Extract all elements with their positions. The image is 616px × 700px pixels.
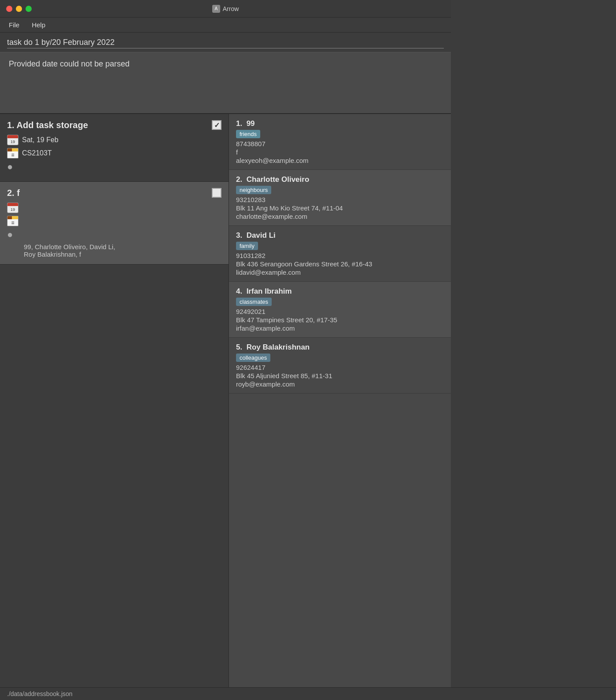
task-item-1[interactable]: 1. Add task storage Sat, 19 Feb CS2103T … [0, 114, 229, 182]
contact-2-email: charlotte@example.com [236, 213, 444, 220]
contact-item-1[interactable]: 1. 99 friends 87438807 f alexyeoh@exampl… [229, 114, 451, 170]
error-message: Provided date could not be parsed [9, 59, 129, 68]
app-title-area: A Arrow [212, 5, 239, 13]
menu-help[interactable]: Help [30, 20, 47, 29]
contact-list: 1. 99 friends 87438807 f alexyeoh@exampl… [229, 114, 451, 700]
contact-1-header: 1. 99 [236, 119, 444, 128]
command-input[interactable] [7, 37, 444, 48]
contact-item-2[interactable]: 2. Charlotte Oliveiro neighbours 9321028… [229, 170, 451, 226]
maximize-button[interactable] [26, 6, 32, 12]
task-2-assignees: 99, Charlotte Oliveiro, David Li,Roy Bal… [7, 243, 221, 258]
task-1-checkbox[interactable] [212, 120, 221, 130]
person-icon-2: ● [7, 229, 13, 240]
close-button[interactable] [6, 6, 12, 12]
contact-item-3[interactable]: 3. David Li family 91031282 Blk 436 Sera… [229, 226, 451, 282]
contact-3-address: Blk 436 Serangoon Gardens Street 26, #16… [236, 260, 444, 268]
calendar-icon-1 [7, 135, 18, 145]
main-content: 1. Add task storage Sat, 19 Feb CS2103T … [0, 114, 451, 700]
contact-1-gender: f [236, 148, 444, 156]
contact-5-header: 5. Roy Balakrishnan [236, 343, 444, 352]
project-icon-1 [7, 148, 18, 158]
task-1-date: Sat, 19 Feb [22, 136, 59, 144]
contact-2-address: Blk 11 Ang Mo Kio Street 74, #11-04 [236, 204, 444, 212]
contact-3-phone: 91031282 [236, 252, 444, 259]
contact-1-email: alexyeoh@example.com [236, 157, 444, 164]
contact-5-phone: 92624417 [236, 364, 444, 371]
contact-2-tag: neighbours [236, 186, 271, 194]
command-area [0, 33, 451, 52]
task-2-title: 2. f [7, 188, 20, 198]
contact-3-tag: family [236, 242, 258, 250]
task-1-person-row: ● [7, 161, 221, 173]
title-bar: A Arrow [0, 0, 451, 18]
menu-file[interactable]: File [7, 20, 21, 29]
task-2-date-row [7, 203, 221, 213]
contact-2-phone: 93210283 [236, 196, 444, 203]
contact-4-address: Blk 47 Tampines Street 20, #17-35 [236, 316, 444, 324]
status-bar: ./data/addressbook.json [0, 687, 451, 700]
task-1-date-row: Sat, 19 Feb [7, 135, 221, 145]
contact-3-header: 3. David Li [236, 231, 444, 240]
contact-4-email: irfan@example.com [236, 324, 444, 332]
contact-5-tag: colleagues [236, 354, 270, 362]
contact-5-email: royb@example.com [236, 380, 444, 388]
task-item-2[interactable]: 2. f ● 99, Charlotte Oliveiro, David Li,… [0, 182, 229, 265]
task-list: 1. Add task storage Sat, 19 Feb CS2103T … [0, 114, 229, 700]
task-1-title: 1. Add task storage [7, 120, 88, 130]
minimize-button[interactable] [16, 6, 22, 12]
calendar-icon-2 [7, 203, 18, 213]
app-title: Arrow [223, 5, 239, 12]
menu-bar: File Help [0, 18, 451, 33]
task-2-person-row: ● [7, 229, 221, 240]
status-path: ./data/addressbook.json [7, 690, 73, 697]
task-2-project-row [7, 216, 221, 226]
contact-1-phone: 87438807 [236, 140, 444, 147]
contact-item-4[interactable]: 4. Irfan Ibrahim classmates 92492021 Blk… [229, 282, 451, 338]
contact-5-address: Blk 45 Aljunied Street 85, #11-31 [236, 372, 444, 379]
contact-4-header: 4. Irfan Ibrahim [236, 287, 444, 296]
task-1-project: CS2103T [22, 149, 52, 157]
contact-3-email: lidavid@example.com [236, 269, 444, 276]
contact-item-5[interactable]: 5. Roy Balakrishnan colleagues 92624417 … [229, 338, 451, 394]
traffic-lights [6, 6, 32, 12]
error-area: Provided date could not be parsed [0, 52, 451, 114]
task-1-project-row: CS2103T [7, 148, 221, 158]
app-icon: A [212, 5, 220, 13]
contact-4-tag: classmates [236, 298, 272, 306]
task-2-checkbox[interactable] [212, 188, 221, 198]
contact-4-phone: 92492021 [236, 308, 444, 315]
contact-1-tag: friends [236, 130, 260, 138]
contact-2-header: 2. Charlotte Oliveiro [236, 175, 444, 184]
person-icon-1: ● [7, 161, 13, 173]
project-icon-2 [7, 216, 18, 226]
